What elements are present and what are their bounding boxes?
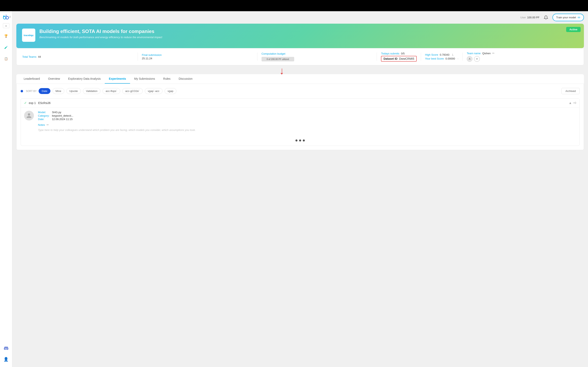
sort-btn-vgap[interactable]: vgap [164,88,176,94]
sidebar-item-discord[interactable] [2,345,10,352]
notes-edit-icon[interactable]: ✏ [47,123,49,126]
user-pf: 100.00 PF [527,16,539,19]
svg-point-2 [3,16,5,17]
tab-discussion[interactable]: Discussion [174,74,197,83]
competition-title: Building efficient, SOTA AI models for c… [39,29,162,34]
competition-subtitle: Benchmarking AI models for both performa… [39,35,162,39]
train-model-button[interactable]: Train your model ∞ [553,14,584,21]
experiment-check-icon: ✓ [24,101,27,105]
model-value: SHG.py [52,111,576,114]
sort-btn-acc-flops[interactable]: acc-flops` [103,88,120,94]
archived-button[interactable]: Archived [562,88,580,94]
dataset-id-value: DwwCRMI5 [399,57,414,60]
team-avatar-button[interactable]: A [467,56,472,62]
high-score-label: High Score [425,53,438,56]
sidebar-item-trophy[interactable]: 🏆 [2,32,10,40]
sort-bar: SORT BY Date Mine Upvote Validation acc-… [21,88,580,94]
top-black-bar [0,0,588,11]
sort-btn-vgap-acc[interactable]: vgap`-acc [145,88,163,94]
date-label: Date: [38,118,49,121]
dataset-id-box: Dataset ID DwwCRMI5 [381,56,416,62]
banner-text: Building efficient, SOTA AI models for c… [39,29,162,39]
computation-budget-label: Computation budget [261,52,373,55]
category-label: Category: [38,114,49,117]
notification-bell-button[interactable] [543,14,549,21]
team-name-value: Qishen [482,52,491,55]
sidebar-expand-button[interactable]: » [3,23,9,28]
experiment-card: ✓ exp 1 EScRsiJ6 ▲ +0 [21,98,580,146]
stat-your-best-score: Your best Score 0.00000 - [425,57,458,60]
experiment-name: exp 1 EScRsiJ6 [29,101,51,105]
trophy-icon: 🏆 [4,34,8,38]
total-teams-label: Total Teams [22,55,36,58]
sidebar-item-notebook[interactable]: 📋 [2,55,10,62]
team-name-label: Team name [467,52,481,55]
upvote-icon[interactable]: ▲ [569,101,572,105]
final-submission-label: Final submission [142,53,162,57]
tab-my-submissions[interactable]: My Submissions [130,74,159,83]
stat-divider-5 [462,53,463,61]
user-label: User [520,16,526,19]
flask-icon: 🧪 [4,46,8,49]
dot-3 [303,140,305,142]
stat-divider-1 [138,53,138,61]
experiment-meta: Model: SHG.py Category: keypoint_detecti… [38,111,576,121]
tab-experiments[interactable]: Experiments [105,74,130,83]
sort-btn-acc-gco2e[interactable]: acc-gCO2e` [122,88,143,94]
high-score-value: 0.78343 [440,53,449,56]
sort-btn-mine[interactable]: Mine [52,88,64,94]
high-score-suffix: 1. [452,53,454,56]
red-arrow-head [281,73,283,75]
experiment-title: ✓ exp 1 EScRsiJ6 [24,101,51,105]
stat-total-teams: Total Teams 44 [22,55,134,58]
infinity-icon: ∞ [578,15,580,20]
experiment-avatar [24,111,34,120]
add-team-member-button[interactable]: + [474,56,480,62]
sidebar-item-flask[interactable]: 🧪 [2,44,10,51]
active-badge: Active [566,27,581,32]
sidebar-nav: 🏆 🧪 📋 [2,32,10,345]
notes-header: Notes ✏ [38,123,576,126]
tab-rules[interactable]: Rules [159,74,174,83]
edit-team-name-icon[interactable]: ✏ [492,52,495,55]
beta-label: β [9,16,11,18]
header-bar: User 100.00 PF Train your model ∞ [16,14,584,21]
stat-final-submission: Final submission 25.11.24 [142,53,253,60]
dot-2 [299,140,301,142]
your-best-score-value: 0.00000 [445,57,455,60]
experiments-content: SORT BY Date Mine Upvote Validation acc-… [16,84,584,150]
budget-bar-label: 0 of 200.00 PF utilized [267,58,289,60]
stat-divider-4 [421,53,421,61]
competition-logo: tracebigc [22,29,35,42]
experiment-card-header: ✓ exp 1 EScRsiJ6 ▲ +0 [21,99,579,108]
sort-btn-date[interactable]: Date [39,88,50,94]
upvote-count: +0 [573,101,576,104]
sidebar-item-profile[interactable]: 👤 [2,356,10,363]
app-logo [2,13,10,21]
tab-leaderboard[interactable]: Leaderboard [20,74,44,83]
notes-placeholder-text: Type here to help your colleagues unders… [38,128,576,132]
tab-eda[interactable]: Exploratory Data Analysis [64,74,105,83]
todays-submits-value: 0/5 [401,52,405,55]
sort-btn-validation[interactable]: Validation [83,88,100,94]
sidebar: β » 🏆 🧪 📋 � [0,11,12,367]
discord-icon [4,346,8,351]
svg-point-3 [6,15,7,16]
model-label: Model: [38,111,49,114]
sort-by-label: SORT BY [26,90,36,92]
your-best-score-label: Your best Score [425,57,444,60]
banner-inner: tracebigc Building efficient, SOTA AI mo… [22,29,578,42]
three-dots [21,135,579,146]
notes-section: Notes ✏ Type here to help your colleague… [38,123,576,132]
team-actions: A + [467,56,480,62]
your-best-score-suffix: - [458,57,458,60]
stat-high-score: High Score 0.78343 1. [425,53,458,56]
sort-indicator-dot [21,90,23,92]
stat-scores: High Score 0.78343 1. Your best Score 0.… [425,53,458,60]
sort-btn-upvote[interactable]: Upvote [66,88,81,94]
dot-1 [295,140,297,142]
tab-overview[interactable]: Overview [44,74,64,83]
notes-title: Notes [38,123,45,126]
experiment-details: Model: SHG.py Category: keypoint_detecti… [38,111,576,132]
category-value: keypoint_detecti... [52,114,576,117]
